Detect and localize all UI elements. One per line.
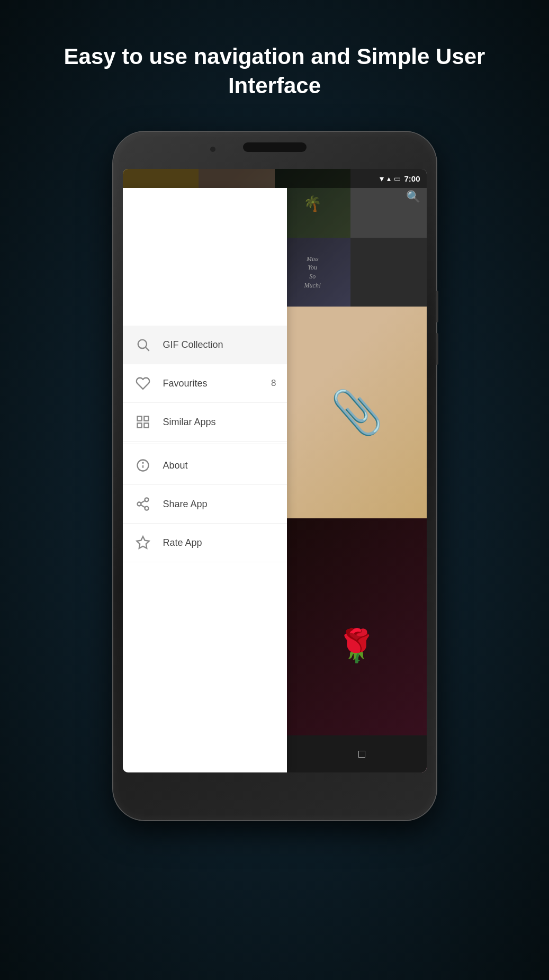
grid-icon: [133, 412, 152, 431]
svg-line-12: [141, 505, 145, 508]
search-icon: [133, 335, 152, 354]
svg-point-11: [145, 507, 148, 510]
drawer-item-share-app[interactable]: Share App: [123, 485, 287, 524]
heart-icon: [133, 374, 152, 393]
front-camera: [210, 147, 215, 152]
drawer-item-about[interactable]: About: [123, 446, 287, 485]
speaker-grille: [243, 142, 307, 152]
content-rose-area: 🌹: [287, 518, 427, 772]
status-time: 7:00: [404, 174, 420, 183]
drawer-divider: [123, 444, 287, 444]
gif-collection-label: GIF Collection: [163, 339, 276, 350]
signal-icon: ▴: [387, 174, 391, 183]
svg-point-10: [137, 502, 141, 506]
favourites-badge: 8: [271, 378, 276, 389]
battery-icon: ▭: [394, 174, 401, 183]
headline-text: Easy to use navigation and Simple User I…: [0, 0, 549, 121]
volume-button-up: [436, 291, 438, 322]
phone-device: ▾ ▴ ▭ 7:00 📎 🌹 😉 🤝: [113, 132, 436, 820]
navigation-drawer: GIF Collection Favourites 8: [123, 188, 287, 772]
svg-marker-14: [137, 537, 149, 549]
svg-point-0: [138, 340, 146, 348]
drawer-item-rate-app[interactable]: Rate App: [123, 524, 287, 562]
status-bar: ▾ ▴ ▭ 7:00: [123, 169, 427, 188]
svg-line-13: [141, 501, 145, 504]
share-app-label: Share App: [163, 499, 276, 510]
paperclip-icon: 📎: [330, 388, 383, 437]
info-icon: [133, 456, 152, 475]
svg-rect-2: [137, 417, 141, 421]
rose-icon: 🌹: [337, 627, 376, 664]
about-label: About: [163, 460, 276, 471]
drawer-header-space: [123, 188, 287, 326]
content-clip-area: 📎: [287, 307, 427, 518]
search-button[interactable]: 🔍: [406, 190, 420, 204]
drawer-item-favourites[interactable]: Favourites 8: [123, 364, 287, 403]
phone-shell: ▾ ▴ ▭ 7:00 📎 🌹 😉 🤝: [113, 132, 436, 820]
volume-button-down: [436, 333, 438, 365]
drawer-item-gif-collection[interactable]: GIF Collection: [123, 326, 287, 364]
svg-point-9: [145, 498, 148, 502]
star-icon: [133, 533, 152, 552]
svg-rect-3: [144, 417, 148, 421]
phone-screen: ▾ ▴ ▭ 7:00 📎 🌹 😉 🤝: [123, 169, 427, 772]
drawer-item-similar-apps[interactable]: Similar Apps: [123, 403, 287, 442]
svg-line-1: [146, 347, 149, 350]
svg-rect-5: [144, 424, 148, 428]
rate-app-label: Rate App: [163, 537, 276, 549]
favourites-label: Favourites: [163, 378, 261, 389]
recents-button[interactable]: □: [358, 747, 365, 761]
svg-rect-4: [137, 424, 141, 428]
similar-apps-label: Similar Apps: [163, 417, 276, 428]
share-icon: [133, 495, 152, 514]
wifi-icon: ▾: [380, 174, 384, 184]
